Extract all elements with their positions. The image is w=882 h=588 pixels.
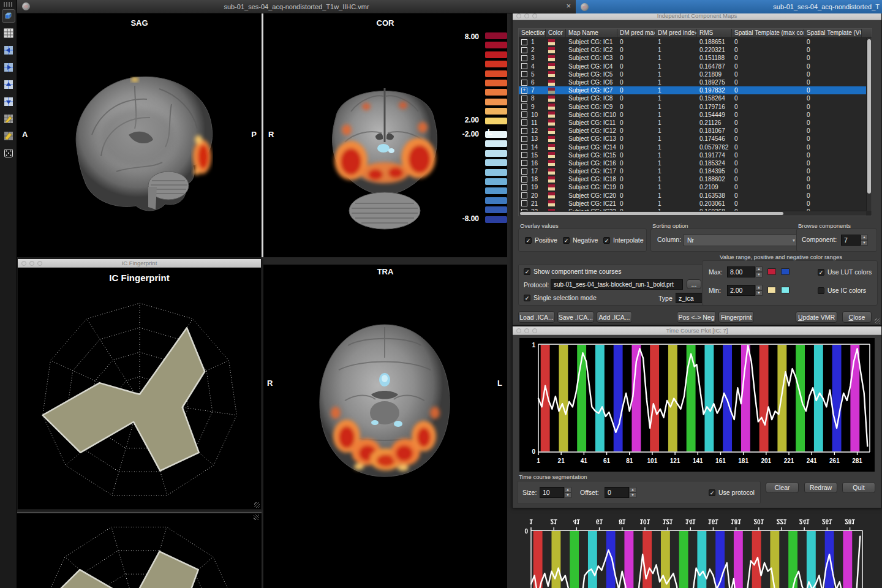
- table-row-ic5[interactable]: 5Subject CG: IC5010.2180900: [519, 70, 872, 78]
- vmr-window-titlebar[interactable]: sub-01_ses-04_acq-nondistorted_T1w_IIHC.…: [17, 0, 576, 13]
- row-select-checkbox[interactable]: [521, 176, 527, 183]
- row-select-checkbox[interactable]: [521, 192, 527, 198]
- column-header[interactable]: RMS: [697, 29, 732, 37]
- column-header[interactable]: Map Name: [566, 29, 617, 37]
- row-select-checkbox[interactable]: [521, 184, 527, 190]
- single-selection-checkbox[interactable]: ✓Single selection mode: [524, 294, 597, 301]
- save-ica-button[interactable]: Save .ICA...: [557, 311, 594, 323]
- row-select-checkbox[interactable]: [521, 55, 527, 61]
- size-spinner[interactable]: ▲▼: [564, 487, 571, 498]
- row-select-checkbox[interactable]: [521, 104, 527, 110]
- toolbar-crosshair-dice-icon[interactable]: [2, 146, 15, 160]
- column-header[interactable]: DM pred inde›: [655, 29, 697, 37]
- table-row-ic10[interactable]: 10Subject CG: IC10010.15444900: [519, 111, 872, 119]
- column-header[interactable]: Color: [546, 29, 566, 37]
- column-header[interactable]: DM pred ma›: [617, 29, 655, 37]
- size-field[interactable]: 10: [540, 487, 564, 498]
- min-field[interactable]: 2.00: [727, 285, 755, 296]
- positive-checkbox[interactable]: ✓Positive: [525, 236, 557, 244]
- table-row-ic4[interactable]: 4Subject CG: IC4010.16478700: [519, 62, 872, 70]
- toolbar-slice-layout-1-icon[interactable]: [2, 43, 15, 57]
- table-vertical-scrollbar[interactable]: [866, 38, 872, 211]
- table-row-ic21[interactable]: 21Subject CG: IC21010.20306100: [519, 200, 872, 208]
- table-row-ic18[interactable]: 18Subject CG: IC18010.18860200: [519, 175, 872, 183]
- row-select-checkbox[interactable]: [521, 119, 527, 126]
- negative-max-color-swatch[interactable]: [781, 268, 790, 275]
- clear-button[interactable]: Clear: [766, 482, 799, 493]
- time-course-window-titlebar[interactable]: Time Course Plot [IC: 7]: [513, 326, 881, 335]
- row-select-checkbox[interactable]: [521, 111, 527, 118]
- component-field[interactable]: 7: [841, 235, 861, 246]
- table-row-ic8[interactable]: 8Subject CG: IC8010.15826400: [519, 94, 872, 102]
- table-row-ic3[interactable]: 3Subject CG: IC3010.15118800: [519, 54, 872, 62]
- redraw-button[interactable]: Redraw: [804, 482, 837, 493]
- positive-max-color-swatch[interactable]: [767, 268, 776, 275]
- row-select-checkbox[interactable]: [521, 71, 527, 77]
- table-row-ic1[interactable]: 1Subject CG: IC1010.18865100: [519, 38, 872, 46]
- close-button[interactable]: Close: [842, 311, 872, 323]
- window-traffic-lights[interactable]: [21, 261, 42, 266]
- use-ic-colors-checkbox[interactable]: Use IC colors: [818, 287, 866, 294]
- row-select-checkbox[interactable]: +: [521, 88, 527, 94]
- component-table[interactable]: SelectionColorMap NameDM pred ma›DM pred…: [518, 28, 872, 216]
- table-row-ic11[interactable]: 11Subject CG: IC11010.2112600: [519, 119, 872, 127]
- toolbar-grid-layout-icon[interactable]: [2, 26, 15, 40]
- add-ica-button[interactable]: Add .ICA...: [597, 311, 632, 323]
- interpolate-checkbox[interactable]: ✓Interpolate: [603, 236, 644, 244]
- close-icon[interactable]: ×: [566, 1, 571, 10]
- protocol-browse-button[interactable]: ...: [687, 279, 701, 289]
- component-table-header[interactable]: SelectionColorMap NameDM pred ma›DM pred…: [519, 29, 872, 38]
- use-protocol-checkbox[interactable]: ✓Use protocol: [709, 489, 755, 496]
- table-row-ic7[interactable]: +7Subject CG: IC7010.19783200: [519, 86, 872, 94]
- table-row-ic19[interactable]: 19Subject CG: IC19010.210900: [519, 183, 872, 191]
- toolbar-draw-marker-2-icon[interactable]: [2, 129, 15, 143]
- row-select-checkbox[interactable]: [521, 80, 527, 86]
- toolbar-slice-layout-4-icon[interactable]: [2, 95, 15, 108]
- update-vmr-button[interactable]: Update VMR: [796, 311, 837, 323]
- row-select-checkbox[interactable]: [521, 160, 527, 166]
- max-spinner[interactable]: ▲▼: [755, 266, 763, 277]
- row-select-checkbox[interactable]: [521, 168, 527, 175]
- row-select-checkbox[interactable]: [521, 128, 527, 134]
- row-select-checkbox[interactable]: [521, 39, 527, 45]
- row-select-checkbox[interactable]: [521, 96, 527, 102]
- min-spinner[interactable]: ▲▼: [755, 285, 763, 296]
- toolbar-3d-volume-icon[interactable]: [2, 9, 15, 23]
- fingerprint-window-titlebar[interactable]: IC Fingerprint: [18, 259, 261, 268]
- row-select-checkbox[interactable]: [521, 200, 527, 206]
- window-traffic-lights[interactable]: [516, 13, 537, 18]
- column-header[interactable]: Spatial Template (VOI: [804, 29, 862, 37]
- show-time-courses-checkbox[interactable]: ✓Show component time courses: [524, 268, 622, 275]
- offset-field[interactable]: 0: [605, 487, 629, 498]
- offset-spinner[interactable]: ▲▼: [629, 487, 636, 498]
- column-dropdown[interactable]: Nr ▾: [683, 234, 799, 246]
- positive-min-color-swatch[interactable]: [767, 287, 776, 293]
- table-row-ic17[interactable]: 17Subject CG: IC17010.18439500: [519, 167, 872, 175]
- toolbar-drag-handle-icon[interactable]: [4, 2, 13, 7]
- row-select-checkbox[interactable]: [521, 144, 527, 150]
- table-row-ic14[interactable]: 14Subject CG: IC14010.057976200: [519, 143, 872, 151]
- active-window-titlebar[interactable]: sub-01_ses-04_acq-nondistorted_T: [576, 0, 882, 13]
- table-horizontal-scrollbar[interactable]: [519, 211, 866, 216]
- row-select-checkbox[interactable]: [521, 136, 527, 142]
- component-spinner[interactable]: ▲▼: [861, 235, 868, 246]
- table-row-ic6[interactable]: 6Subject CG: IC6010.18927500: [519, 78, 872, 86]
- row-select-checkbox[interactable]: [521, 63, 527, 69]
- table-row-ic2[interactable]: 2Subject CG: IC2010.22032100: [519, 46, 872, 54]
- toolbar-slice-layout-3-icon[interactable]: [2, 78, 15, 91]
- pos-neg-button[interactable]: Pos <-> Neg: [677, 311, 716, 323]
- sagittal-view-pane[interactable]: SAG A P: [17, 13, 262, 257]
- row-select-checkbox[interactable]: [521, 47, 527, 53]
- table-row-ic15[interactable]: 15Subject CG: IC15010.19177400: [519, 151, 872, 159]
- use-lut-colors-checkbox[interactable]: ✓Use LUT colors: [818, 268, 872, 276]
- max-field[interactable]: 8.00: [727, 266, 755, 277]
- resize-grip[interactable]: [875, 318, 880, 324]
- row-select-checkbox[interactable]: [521, 152, 527, 158]
- table-row-ic9[interactable]: 9Subject CG: IC9010.17971600: [519, 103, 872, 111]
- negative-checkbox[interactable]: ✓Negative: [563, 236, 598, 244]
- column-header[interactable]: Selection: [519, 29, 546, 37]
- fingerprint-button[interactable]: Fingerprint: [718, 311, 754, 323]
- negative-min-color-swatch[interactable]: [781, 287, 790, 293]
- quit-button[interactable]: Quit: [842, 482, 875, 493]
- resize-grip[interactable]: [254, 502, 260, 508]
